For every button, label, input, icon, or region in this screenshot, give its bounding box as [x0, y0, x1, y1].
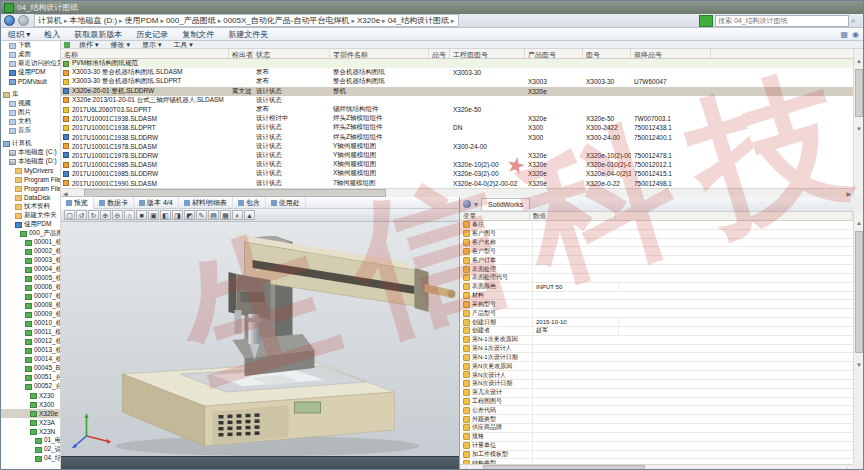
- preview-tab[interactable]: 预览: [61, 196, 94, 209]
- viewer-toolbar-button[interactable]: ◐: [232, 210, 243, 220]
- tree-item[interactable]: 00004_模组: [1, 265, 60, 274]
- tree-item[interactable]: DataDisk: [1, 193, 60, 202]
- viewer-toolbar-button[interactable]: ✎: [196, 210, 207, 220]
- chevron-down-icon[interactable]: ▾: [474, 200, 478, 209]
- command-bar-item[interactable]: 检入: [37, 29, 67, 40]
- tree-item[interactable]: 00009_模组: [1, 310, 60, 319]
- tree-item[interactable]: X23N: [1, 427, 60, 436]
- file-row[interactable]: 2017U10001C1938.SLDPRT 设计状态 焊头Z轴模组组件 DN …: [61, 123, 853, 132]
- search-input[interactable]: [715, 15, 849, 27]
- value-column-header[interactable]: 数值: [530, 212, 616, 220]
- tree-item[interactable]: 00052_自动化产品: [1, 382, 60, 391]
- file-row[interactable]: X3003-30 整合机器结构图纸.SLDPRT 发布 整合机器结构图纸 X30…: [61, 77, 853, 86]
- command-bar-item[interactable]: 历史记录: [129, 29, 175, 40]
- column-header-eng-drawing-no[interactable]: 工程图图号: [450, 49, 525, 58]
- tree-item[interactable]: 00001_模组: [1, 238, 60, 247]
- command-bar-item[interactable]: 新建文件夹: [221, 29, 275, 40]
- tree-item[interactable]: 视频: [1, 99, 60, 108]
- file-row[interactable]: PVM标准结构图纸规范: [61, 59, 853, 68]
- datacard-source-icon[interactable]: [463, 200, 471, 208]
- preview-tab[interactable]: 版本 4/4: [134, 197, 179, 209]
- tree-item[interactable]: 00006_模组: [1, 283, 60, 292]
- column-header-drawing-no[interactable]: 图号: [583, 49, 631, 58]
- viewer-toolbar-button[interactable]: ▣: [148, 210, 159, 220]
- tree-item[interactable]: 下载: [1, 41, 60, 50]
- tree-item[interactable]: 技术资料: [1, 202, 60, 211]
- back-button[interactable]: [4, 15, 15, 26]
- tree-item[interactable]: 04_结构设计图纸: [1, 454, 60, 463]
- tree-item[interactable]: 使用PDM: [1, 220, 60, 229]
- tree-item[interactable]: 新建文件夹: [1, 211, 60, 220]
- tree-item[interactable]: 00007_模组: [1, 292, 60, 301]
- properties-vertical-scrollbar[interactable]: ▲ ▼: [853, 211, 863, 462]
- tree-item[interactable]: 最近访问的位置: [1, 59, 60, 68]
- tree-item[interactable]: 桌面: [1, 50, 60, 59]
- breadcrumb[interactable]: 计算机本地磁盘 (D:)使用PDM000_产品图纸0005X_自动化产品-自动平…: [34, 14, 459, 27]
- viewer-toolbar-button[interactable]: ▦: [220, 210, 231, 220]
- tree-item[interactable]: 图片: [1, 108, 60, 117]
- views-toggle-icon[interactable]: ▦: [840, 30, 848, 39]
- viewer-toolbar-button[interactable]: ▢: [64, 210, 75, 220]
- file-row[interactable]: X320e-20-01 整机.SLDDRW 黄文波 设计状态 整机 X320e: [61, 87, 853, 96]
- tree-item[interactable]: PDMVault: [1, 77, 60, 86]
- tree-item[interactable]: 本地磁盘 (C:): [1, 148, 60, 157]
- file-row[interactable]: 2017U10001C1978.SLDDRW 设计状态 Y轴伺服模组图 X320…: [61, 151, 853, 160]
- tree-item[interactable]: 00002_模组: [1, 247, 60, 256]
- tree-item[interactable]: 00014_模组: [1, 355, 60, 364]
- tree-item[interactable]: 00008_模组: [1, 301, 60, 310]
- file-row[interactable]: 2017U10001C1990.SLDASM 设计状态 7轴伺服模组图 X320…: [61, 178, 853, 187]
- viewer-toolbar-button[interactable]: ↻: [88, 210, 99, 220]
- command-bar-item[interactable]: 获取最新版本: [67, 29, 129, 40]
- file-row[interactable]: X320e 2013/01-20-01 台式三轴焊锡机器人.SLDASM 设计状…: [61, 96, 853, 105]
- pdm-menu-item[interactable]: 显示 ▾: [136, 40, 167, 50]
- pdm-menu-item[interactable]: 修改 ▾: [104, 40, 135, 50]
- breadcrumb-item[interactable]: 计算机: [37, 15, 69, 26]
- column-header-final-item-no[interactable]: 最终品号: [631, 49, 711, 58]
- column-header-part-name[interactable]: 零部件名称: [330, 49, 429, 58]
- tree-item[interactable]: 01_电气图纸: [1, 436, 60, 445]
- scroll-thumb[interactable]: [855, 69, 863, 117]
- viewer-toolbar-button[interactable]: ⊖: [112, 210, 123, 220]
- column-header-name[interactable]: 名称: [61, 49, 229, 58]
- viewer-toolbar-button[interactable]: ◧: [160, 210, 171, 220]
- tree-item[interactable]: 00045_BA类: [1, 364, 60, 373]
- tree-item[interactable]: 00051_自动化产品: [1, 373, 60, 382]
- tree-item[interactable]: 文档: [1, 117, 60, 126]
- tree-item[interactable]: 000_产品图纸: [1, 229, 60, 238]
- viewer-toolbar-button[interactable]: ⊕: [100, 210, 111, 220]
- scroll-thumb[interactable]: [483, 465, 645, 470]
- breadcrumb-item[interactable]: 本地磁盘 (D:): [69, 15, 124, 26]
- breadcrumb-item[interactable]: 04_结构设计图纸: [387, 15, 456, 26]
- properties-tab[interactable]: SolidWorks: [481, 198, 530, 210]
- breadcrumb-item[interactable]: 0005X_自动化产品-自动平台电焊机: [222, 15, 356, 26]
- viewer-toolbar-button[interactable]: ■: [136, 210, 147, 220]
- tree-item[interactable]: Program Files: [1, 175, 60, 184]
- pdm-menu-item[interactable]: 工具 ▾: [167, 40, 198, 50]
- preview-tab[interactable]: 数据卡: [94, 197, 134, 209]
- file-row[interactable]: 2017U10001C1985.SLDDRW 设计状态 X轴伺服模组图 X320…: [61, 169, 853, 178]
- pdm-search-icon[interactable]: [699, 15, 713, 27]
- viewer-toolbar-button[interactable]: ⌂: [124, 210, 135, 220]
- column-header-item-no[interactable]: 品号: [429, 49, 450, 58]
- preview-tab[interactable]: 包含: [233, 197, 266, 209]
- tree-item[interactable]: 00005_模组: [1, 274, 60, 283]
- help-icon[interactable]: ◉: [852, 30, 859, 39]
- forward-button[interactable]: [18, 15, 29, 26]
- command-bar-item[interactable]: 组织 ▾: [1, 29, 37, 40]
- column-header-product-no[interactable]: 产品图号: [525, 49, 583, 58]
- scroll-right-icon[interactable]: ▶: [844, 190, 853, 197]
- command-bar-item[interactable]: 复制文件: [175, 29, 221, 40]
- file-row[interactable]: 2017U10001C1938.SLDASM 设计检讨中 焊头Z轴模组组件 X3…: [61, 114, 853, 123]
- tree-item[interactable]: 00010_模组: [1, 319, 60, 328]
- variable-column-header[interactable]: 变量: [460, 212, 530, 220]
- cad-preview-viewport[interactable]: [61, 222, 459, 456]
- column-header-status[interactable]: 状态: [253, 49, 330, 58]
- breadcrumb-item[interactable]: 000_产品图纸: [165, 15, 222, 26]
- viewer-toolbar-button[interactable]: ▤: [208, 210, 219, 220]
- viewer-toolbar-button[interactable]: ▲: [244, 210, 255, 220]
- pdm-menu-item[interactable]: 操作 ▾: [73, 40, 104, 50]
- viewer-toolbar-button[interactable]: ↺: [76, 210, 87, 220]
- tree-item[interactable]: 使用PDM: [1, 68, 60, 77]
- tree-item[interactable]: X23A: [1, 418, 60, 427]
- file-row[interactable]: 2017U10001C1978.SLDASM 设计状态 Y轴伺服模组图 X300…: [61, 142, 853, 151]
